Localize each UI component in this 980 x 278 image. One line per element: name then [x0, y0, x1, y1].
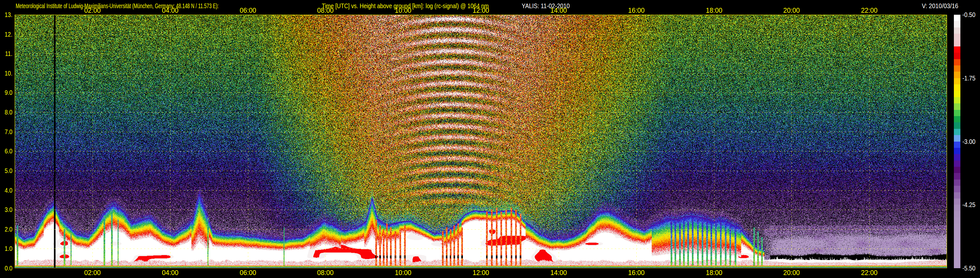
colorbar-segment	[954, 211, 960, 217]
x-tick-label-bottom: 16:00	[621, 269, 651, 277]
y-tick-label: 7.0	[2, 128, 13, 136]
colorbar-tick-label: -5.50	[963, 265, 975, 272]
version-label: V: 2010/03/16	[922, 2, 958, 10]
colorbar-segment	[954, 205, 960, 211]
x-tick-label-top: 22:00	[854, 6, 884, 14]
colorbar-segment	[954, 142, 960, 148]
colorbar-segment	[954, 59, 960, 66]
colorbar-segment	[954, 161, 960, 167]
colorbar-segment	[954, 110, 960, 116]
plot-area	[15, 15, 947, 268]
y-tick-label: 8.0	[2, 108, 13, 116]
colorbar-segment	[954, 243, 960, 249]
x-tick-label-top: 10:00	[388, 6, 418, 14]
x-tick-label-top: 08:00	[310, 6, 340, 14]
colorbar-segment	[954, 186, 960, 192]
colorbar-segment	[954, 97, 960, 103]
lidar-quicklook-screen: Meteorological Institute of Ludwig-Maxim…	[0, 0, 980, 278]
colorbar-segment	[954, 135, 960, 141]
y-tick-label: 3.0	[2, 206, 13, 214]
institute-title: Meteorological Institute of Ludwig-Maxim…	[16, 2, 218, 10]
colorbar-segment	[954, 122, 960, 129]
colorbar-segment	[954, 167, 960, 173]
colorbar-segment	[954, 34, 960, 40]
colorbar-segment	[954, 78, 960, 85]
x-tick-label-bottom: 18:00	[699, 269, 729, 277]
colorbar-segment	[954, 103, 960, 110]
colorbar-segment	[954, 27, 960, 34]
x-tick-label-top: 12:00	[466, 6, 496, 14]
colorbar-segment	[954, 154, 960, 160]
x-tick-label-bottom: 22:00	[854, 269, 884, 277]
colorbar-segment	[954, 40, 960, 46]
x-tick-label-top: 14:00	[544, 6, 574, 14]
colorbar	[954, 15, 960, 268]
y-tick-label: 13.	[2, 11, 13, 19]
x-tick-label-top: 18:00	[699, 6, 729, 14]
colorbar-segment	[954, 21, 960, 27]
lidar-heatmap-canvas	[15, 15, 947, 268]
colorbar-tick-label: -0.50	[963, 11, 975, 18]
colorbar-segment	[954, 217, 960, 224]
y-tick-label: 10.	[2, 69, 13, 77]
colorbar-segment	[954, 148, 960, 154]
x-tick-label-top: 16:00	[621, 6, 651, 14]
colorbar-tick-label: -4.25	[963, 201, 975, 208]
x-tick-label-top: 20:00	[776, 6, 807, 14]
colorbar-segment	[954, 224, 960, 230]
colorbar-segment	[954, 66, 960, 72]
x-tick-label-bottom: 08:00	[310, 269, 340, 277]
colorbar-segment	[954, 116, 960, 122]
colorbar-segment	[954, 230, 960, 236]
colorbar-segment	[954, 236, 960, 243]
y-tick-label: 0.0	[2, 264, 13, 272]
x-tick-label-bottom: 02:00	[78, 269, 108, 277]
colorbar-segment	[954, 192, 960, 198]
x-tick-label-bottom: 04:00	[155, 269, 185, 277]
colorbar-segment	[954, 91, 960, 97]
x-tick-label-bottom: 06:00	[233, 269, 263, 277]
colorbar-segment	[954, 85, 960, 91]
y-tick-label: 2.0	[2, 225, 13, 233]
x-tick-label-bottom: 10:00	[388, 269, 418, 277]
x-tick-label-bottom: 20:00	[776, 269, 807, 277]
colorbar-tick-label: -1.75	[963, 75, 975, 82]
colorbar-segment	[954, 72, 960, 78]
x-tick-label-top: 02:00	[78, 6, 108, 14]
x-tick-label-bottom: 14:00	[544, 269, 574, 277]
colorbar-segment	[954, 262, 960, 268]
colorbar-tick-label: -3.00	[963, 138, 975, 145]
colorbar-segment	[954, 173, 960, 179]
colorbar-segment	[954, 53, 960, 59]
colorbar-segment	[954, 179, 960, 186]
x-tick-label-top: 06:00	[233, 6, 263, 14]
colorbar-segment	[954, 15, 960, 21]
x-tick-label-top: 04:00	[155, 6, 185, 14]
colorbar-segment	[954, 198, 960, 205]
colorbar-segment	[954, 256, 960, 262]
y-tick-label: 11.	[2, 50, 13, 58]
y-tick-label: 6.0	[2, 147, 13, 155]
colorbar-segment	[954, 129, 960, 135]
x-tick-label-bottom: 12:00	[466, 269, 496, 277]
colorbar-segment	[954, 249, 960, 256]
y-tick-label: 5.0	[2, 167, 13, 175]
y-tick-label: 9.0	[2, 89, 13, 96]
y-tick-label: 4.0	[2, 187, 13, 194]
y-tick-label: 1.0	[2, 244, 13, 252]
colorbar-segment	[954, 46, 960, 53]
y-tick-label: 12.	[2, 30, 13, 38]
